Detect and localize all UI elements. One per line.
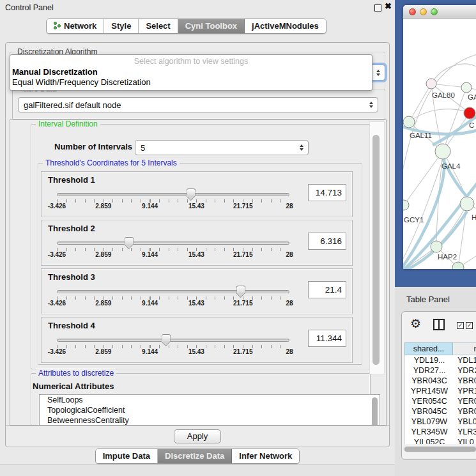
network-canvas[interactable]: GAL80 GA C GAL11 GAL4 GCY1 H HAP2 — [403, 19, 476, 269]
checkbox-icon[interactable]: ✓ — [466, 322, 473, 329]
table-row[interactable]: YDR27...YDR2 — [405, 365, 476, 376]
table-row[interactable]: YBR045CYBR0 — [405, 406, 476, 417]
node-label: GAL11 — [410, 132, 432, 139]
tab-style[interactable]: Style — [104, 19, 139, 33]
threshold-value-field[interactable] — [308, 233, 346, 250]
scrollbar-thumb[interactable] — [372, 397, 378, 426]
apply-button[interactable]: Apply — [174, 429, 222, 443]
tab-label: Impute Data — [103, 451, 150, 461]
tab-infer-network[interactable]: Infer Network — [232, 449, 299, 463]
bottom-strip — [0, 464, 395, 476]
table-row[interactable]: YIL052CYIL0 — [405, 437, 476, 444]
gear-icon[interactable]: ⚙ — [410, 317, 421, 331]
tab-impute-data[interactable]: Impute Data — [96, 449, 158, 463]
numerical-attributes-list[interactable]: SelfLoops TopologicalCoefficient Between… — [39, 394, 380, 426]
combo-value: 5 — [141, 143, 145, 153]
node[interactable] — [435, 144, 450, 159]
scrollbar-thumb[interactable] — [404, 447, 476, 452]
table-data-group: Table Data galFiltered.sif default node — [12, 89, 385, 119]
node-selected[interactable] — [464, 107, 475, 119]
slider-track[interactable] — [57, 339, 289, 342]
tab-discretize-data[interactable]: Discretize Data — [158, 449, 232, 463]
option-equal-width-frequency[interactable]: Equal Width/Frequency Discretization — [12, 77, 151, 87]
table-body: YDL19...YDL1 YDR27...YDR2 YBR043CYBR0 YP… — [404, 355, 476, 444]
minimize-traffic-light-icon[interactable] — [420, 8, 427, 15]
list-item[interactable]: TopologicalCoefficient — [40, 405, 380, 415]
node[interactable] — [460, 197, 474, 211]
threshold-slider[interactable]: -3.4262.8599.14415.4321.71528 — [57, 240, 289, 261]
tab-label: Select — [146, 21, 170, 31]
threshold-slider[interactable]: -3.4262.8599.14415.4321.71528 — [57, 337, 289, 358]
close-icon[interactable]: ✖ — [385, 1, 392, 11]
slider-track[interactable] — [57, 290, 289, 293]
column-header-name[interactable]: na — [453, 342, 476, 355]
cyni-panel: Discretization Algorithm Select algorith… — [5, 42, 390, 447]
tab-cyni-toolbox[interactable]: Cyni Toolbox — [178, 19, 245, 33]
slider-tick-labels: -3.4262.8599.14415.4321.71528 — [57, 203, 289, 210]
threshold-label: Threshold 1 — [48, 175, 95, 185]
panel-title: Control Panel — [5, 3, 54, 12]
numerical-attributes-label: Numerical Attributes — [33, 381, 114, 391]
network-view-frame: GAL80 GA C GAL11 GAL4 GCY1 H HAP2 — [395, 0, 476, 287]
node[interactable] — [426, 79, 436, 89]
tab-label: Discretize Data — [165, 451, 224, 461]
node-label: GA — [468, 93, 476, 101]
scrollbar-thumb[interactable] — [372, 135, 380, 365]
threshold-row: Threshold 1 -3.4262.8599.14415.4321.7152… — [41, 171, 353, 217]
node[interactable] — [403, 200, 409, 210]
option-manual-discretization[interactable]: Manual Discretization — [12, 67, 98, 77]
column-header-shared-name[interactable]: shared... — [404, 342, 453, 355]
node[interactable] — [452, 262, 464, 269]
checkbox-icon[interactable]: ✓ — [457, 322, 464, 329]
threshold-row: Threshold 3 -3.4262.8599.14415.4321.7152… — [41, 268, 353, 314]
threshold-label: Threshold 4 — [48, 321, 95, 330]
slider-track[interactable] — [57, 193, 289, 196]
slider-tick-labels: -3.4262.8599.14415.4321.71528 — [57, 300, 289, 307]
tab-jactivemnodules[interactable]: jActiveMNodules — [245, 19, 326, 33]
threshold-slider[interactable]: -3.4262.8599.14415.4321.71528 — [57, 288, 289, 310]
threshold-label: Threshold 3 — [48, 272, 95, 282]
interval-definition-group: Interval Definition Number of Intervals … — [31, 124, 371, 369]
threshold-value-field[interactable] — [308, 184, 346, 201]
column-layout-icon[interactable] — [433, 319, 445, 330]
network-nodes[interactable] — [403, 79, 475, 269]
node-label: H — [472, 213, 476, 221]
threshold-value-field[interactable] — [308, 330, 346, 347]
thresholds-group: Threshold's Coordinates for 5 Intervals … — [38, 163, 362, 365]
network-window[interactable]: GAL80 GA C GAL11 GAL4 GCY1 H HAP2 — [403, 5, 476, 269]
node[interactable] — [403, 116, 415, 128]
node[interactable] — [431, 241, 442, 252]
table-row[interactable]: YBR043CYBR0 — [405, 376, 476, 386]
table-row[interactable]: YPR145WYPR1 — [405, 386, 476, 396]
vertical-scrollbar[interactable] — [369, 121, 385, 374]
combo-stepper-icon — [376, 70, 380, 76]
list-scrollbar[interactable] — [372, 396, 378, 426]
table-row[interactable]: YBL079WYBL0 — [405, 417, 476, 427]
num-intervals-combobox[interactable]: 5 — [135, 140, 309, 155]
top-tab-bar: Network Style Select Cyni Toolbox jActiv… — [0, 19, 395, 34]
close-traffic-light-icon[interactable] — [409, 8, 416, 15]
zoom-traffic-light-icon[interactable] — [431, 8, 438, 15]
table-panel-title: Table Panel — [406, 295, 450, 304]
group-label: Interval Definition — [36, 119, 100, 128]
float-window-icon[interactable] — [374, 4, 381, 12]
tab-select[interactable]: Select — [139, 19, 178, 33]
horizontal-scrollbar[interactable] — [403, 446, 476, 452]
list-item[interactable]: BetweennessCentrality — [40, 415, 380, 426]
table-row[interactable]: YER054CYER0 — [405, 396, 476, 406]
num-intervals-label: Number of Intervals — [54, 142, 132, 151]
node-label: GAL4 — [441, 162, 461, 170]
threshold-row: Threshold 4 -3.4262.8599.14415.4321.7152… — [41, 317, 353, 363]
table-data-combobox[interactable]: galFiltered.sif default node — [18, 97, 378, 112]
threshold-slider[interactable]: -3.4262.8599.14415.4321.71528 — [57, 191, 289, 213]
combo-stepper-icon — [300, 144, 303, 151]
table-row[interactable]: YDL19...YDL1 — [405, 355, 476, 365]
list-item[interactable]: SelfLoops — [40, 395, 380, 405]
tab-label: Network — [64, 21, 96, 31]
tab-network[interactable]: Network — [47, 19, 104, 33]
threshold-value-field[interactable] — [308, 281, 346, 298]
node[interactable] — [461, 82, 472, 93]
network-window-titlebar[interactable] — [403, 5, 476, 19]
slider-track[interactable] — [57, 242, 289, 245]
table-row[interactable]: YLR345WYLR3 — [405, 427, 476, 437]
